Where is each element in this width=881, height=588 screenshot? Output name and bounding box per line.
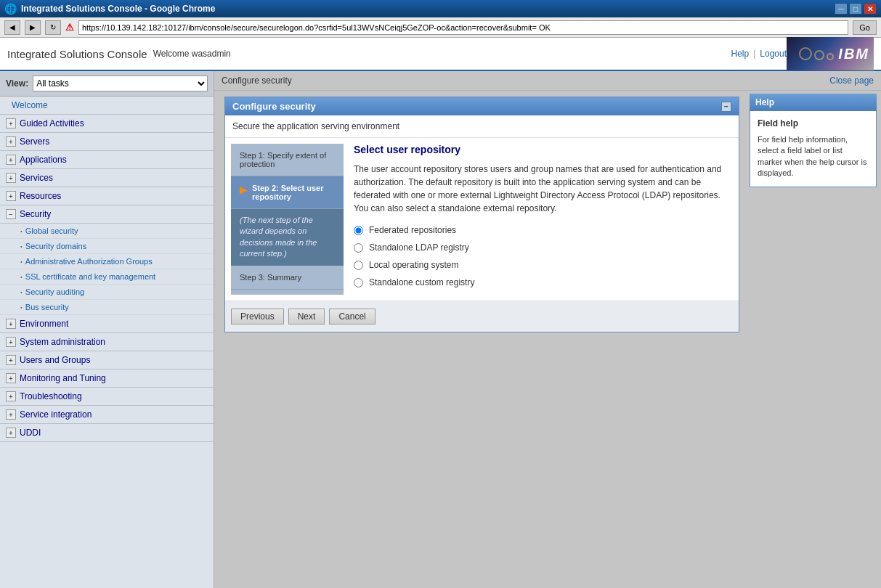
expand-icon-applications: + — [6, 155, 16, 165]
expand-icon-security: − — [6, 209, 16, 219]
config-panel-header: Configure security − — [225, 97, 739, 115]
forward-button[interactable]: ▶ — [25, 20, 41, 35]
next-button[interactable]: Next — [288, 309, 325, 324]
address-bar: ◀ ▶ ↻ ⚠ Go — [0, 17, 881, 38]
sidebar-label-applications: Applications — [20, 155, 67, 165]
minimize-button[interactable]: ─ — [835, 3, 848, 15]
admin-auth-groups-label: Administrative Authorization Groups — [25, 257, 153, 266]
help-link[interactable]: Help — [731, 49, 749, 59]
logout-link[interactable]: Logout — [760, 49, 787, 59]
option-local-os[interactable]: Local operating system — [354, 260, 728, 270]
radio-ldap[interactable] — [354, 243, 363, 253]
main-description: The user account repository stores users… — [354, 163, 728, 215]
expand-icon-troubleshooting: + — [6, 391, 16, 401]
expand-icon-monitoring: + — [6, 373, 16, 383]
sidebar-subitem-global-security[interactable]: Global security — [0, 224, 214, 239]
view-label: View: — [6, 78, 28, 89]
sidebar-subitem-ssl-cert[interactable]: SSL certificate and key management — [0, 269, 214, 285]
go-button[interactable]: Go — [853, 20, 877, 35]
sidebar-item-system-admin[interactable]: + System administration — [0, 333, 214, 351]
main-layout: View: All tasks Welcome + Guided Activit… — [0, 71, 881, 588]
browser-icon: 🌐 — [4, 3, 17, 15]
sidebar-item-resources[interactable]: + Resources — [0, 187, 214, 205]
sidebar-item-monitoring[interactable]: + Monitoring and Tuning — [0, 369, 214, 388]
ssl-cert-label: SSL certificate and key management — [25, 272, 155, 281]
config-panel-title: Configure security — [232, 101, 316, 112]
expand-icon-service-integration: + — [6, 409, 16, 420]
config-subtitle: Secure the application serving environme… — [225, 115, 739, 138]
label-ldap: Standalone LDAP registry — [369, 242, 469, 253]
previous-button[interactable]: Previous — [231, 309, 284, 324]
reload-button[interactable]: ↻ — [45, 20, 61, 35]
sidebar-item-welcome[interactable]: Welcome — [0, 97, 214, 115]
step2-item[interactable]: ▶ Step 2: Select user repository — [231, 176, 344, 209]
radio-standalone-custom[interactable] — [354, 278, 363, 287]
help-field-title: Field help — [758, 118, 869, 128]
sidebar-label-resources: Resources — [20, 191, 61, 201]
expand-icon-guided-activities: + — [6, 118, 16, 128]
breadcrumb: Configure security — [222, 75, 292, 86]
option-standalone-custom[interactable]: Standalone custom registry — [354, 277, 728, 287]
step1-item[interactable]: Step 1: Specify extent of protection — [231, 144, 344, 176]
step2-note: (The next step of the wizard depends on … — [231, 209, 344, 266]
view-select[interactable]: All tasks — [33, 75, 208, 91]
url-input[interactable] — [78, 20, 848, 35]
sidebar-item-servers[interactable]: + Servers — [0, 133, 214, 151]
app-header: Integrated Solutions Console Welcome was… — [0, 38, 881, 71]
label-local-os: Local operating system — [369, 260, 458, 270]
app-title: Integrated Solutions Console — [7, 48, 147, 60]
help-field-text: For field help information, select a fie… — [758, 134, 869, 179]
sidebar-subitem-security-auditing[interactable]: Security auditing — [0, 285, 214, 300]
help-panel: Help Field help For field help informati… — [750, 94, 877, 187]
radio-federated[interactable] — [354, 226, 363, 235]
expand-icon-uddi: + — [6, 428, 16, 438]
sidebar-item-uddi[interactable]: + UDDI — [0, 424, 214, 442]
back-button[interactable]: ◀ — [4, 20, 20, 35]
collapse-button[interactable]: − — [721, 102, 731, 112]
step1-label: Step 1: Specify extent of protection — [240, 151, 326, 168]
header-graphic: IBM — [787, 37, 874, 70]
expand-icon-users-groups: + — [6, 355, 16, 365]
step3-label: Step 3: Summary — [240, 273, 301, 282]
welcome-text: Welcome wasadmin — [153, 49, 231, 59]
sidebar-subitem-admin-auth-groups[interactable]: Administrative Authorization Groups — [0, 254, 214, 269]
sidebar-label-servers: Servers — [20, 136, 49, 147]
radio-local-os[interactable] — [354, 261, 363, 270]
sidebar-item-users-groups[interactable]: + Users and Groups — [0, 351, 214, 369]
expand-icon-system-admin: + — [6, 337, 16, 347]
title-bar: 🌐 Integrated Solutions Console - Google … — [0, 0, 881, 17]
option-federated[interactable]: Federated repositories — [354, 225, 728, 235]
main-content-title: Select user repository — [354, 144, 728, 155]
secure-icon: ⚠ — [65, 22, 74, 33]
sidebar-item-guided-activities[interactable]: + Guided Activities — [0, 115, 214, 133]
close-button[interactable]: ✕ — [864, 3, 877, 15]
sidebar-item-service-integration[interactable]: + Service integration — [0, 406, 214, 424]
sidebar-item-applications[interactable]: + Applications — [0, 151, 214, 169]
sidebar-label-troubleshooting: Troubleshooting — [20, 391, 82, 401]
circle-2 — [814, 50, 824, 60]
sidebar-label-service-integration: Service integration — [20, 409, 92, 420]
maximize-button[interactable]: □ — [849, 3, 862, 15]
sidebar-item-troubleshooting[interactable]: + Troubleshooting — [0, 388, 214, 406]
window-title: Integrated Solutions Console - Google Ch… — [21, 4, 835, 14]
expand-icon-environment: + — [6, 319, 16, 329]
ibm-logo-text: IBM — [838, 46, 869, 62]
step2-note-text: (The next step of the wizard depends on … — [240, 216, 317, 258]
expand-icon-services: + — [6, 173, 16, 183]
sidebar-item-security[interactable]: − Security — [0, 205, 214, 224]
sidebar-subitem-security-domains[interactable]: Security domains — [0, 239, 214, 254]
cancel-button[interactable]: Cancel — [329, 309, 375, 324]
label-federated: Federated repositories — [369, 225, 456, 235]
close-page-link[interactable]: Close page — [829, 75, 874, 86]
sidebar-item-services[interactable]: + Services — [0, 169, 214, 187]
security-auditing-label: Security auditing — [25, 287, 84, 296]
main-content-area: Select user repository The user account … — [349, 144, 733, 295]
step2-label: Step 2: Select user repository — [252, 184, 335, 201]
step-arrow-icon: ▶ — [240, 184, 248, 195]
sidebar-item-environment[interactable]: + Environment — [0, 315, 214, 333]
separator: | — [753, 49, 755, 59]
sidebar-subitem-bus-security[interactable]: Bus security — [0, 300, 214, 315]
step3-item[interactable]: Step 3: Summary — [231, 266, 344, 290]
option-ldap[interactable]: Standalone LDAP registry — [354, 242, 728, 253]
sidebar-label-guided-activities: Guided Activities — [20, 118, 84, 128]
